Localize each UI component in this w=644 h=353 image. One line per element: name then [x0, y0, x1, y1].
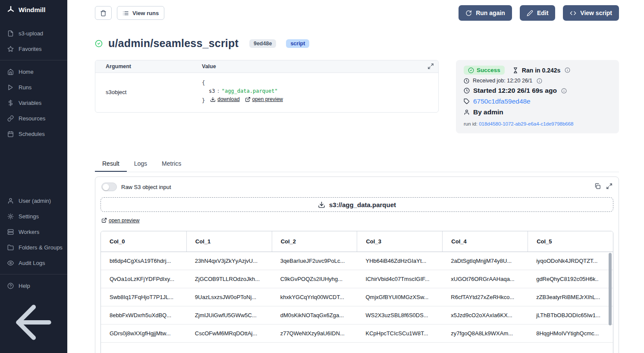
raw-s3-toggle-label: Raw S3 object input	[121, 184, 171, 190]
run-id-row: run id: 018d4580-1072-ab29-e6a4-c1de9798…	[464, 121, 611, 126]
table-scrollbar[interactable]	[609, 253, 612, 325]
run-id-label: run id:	[464, 121, 478, 126]
sidebar-item-resources[interactable]: Resources	[0, 110, 67, 126]
view-script-button[interactable]: View script	[563, 5, 619, 21]
json-brace-open: {	[202, 79, 438, 87]
code-icon	[570, 10, 576, 16]
sidebar-item-s3-upload[interactable]: s3-upload	[0, 25, 67, 41]
table-cell: Swb8Iq17FqHjoT7P1JL...	[101, 294, 186, 300]
sidebar-item-favorites[interactable]: Favorites	[0, 41, 67, 57]
raw-s3-toggle[interactable]	[101, 183, 117, 191]
sidebar-item-audit-logs[interactable]: Audit Logs	[0, 255, 67, 271]
sidebar-item-runs[interactable]: Runs	[0, 79, 67, 95]
argument-column-header: Argument	[106, 63, 202, 69]
arrow-left-icon	[7, 296, 60, 349]
refresh-icon	[465, 10, 472, 16]
sidebar-item-label: User (admin)	[19, 198, 51, 204]
s3-file-download[interactable]: s3://agg_data.parquet	[101, 197, 613, 212]
brand[interactable]: Windmill	[0, 0, 67, 19]
sidebar-item-label: Variables	[19, 100, 41, 106]
json-key: s3	[209, 88, 215, 94]
view-runs-button[interactable]: View runs	[117, 6, 164, 20]
table-cell: 9UazLsxzsJW0oPToNj...	[186, 294, 272, 300]
title-row: u/admin/seamless_script 9ed48e script	[95, 37, 619, 50]
tab-result[interactable]: Result	[95, 156, 127, 172]
tab-metrics[interactable]: Metrics	[154, 156, 188, 172]
server-icon	[7, 229, 14, 235]
script-badge: script	[286, 39, 309, 48]
open-preview-link[interactable]: open preview	[245, 95, 283, 104]
sidebar-item-folders-groups[interactable]: Folders & Groups	[0, 240, 67, 255]
download-icon	[318, 201, 325, 208]
eye-icon	[7, 260, 14, 266]
open-preview-link-label: open preview	[109, 217, 139, 224]
download-link-label: download	[217, 95, 239, 104]
column-header: Col_0	[101, 231, 186, 252]
column-header: Col_2	[272, 231, 357, 252]
json-brace-close: }	[202, 98, 205, 104]
sidebar-item-label: Folders & Groups	[19, 244, 63, 251]
open-preview-link[interactable]: open preview	[101, 217, 139, 224]
tag-icon	[464, 98, 470, 104]
expand-icon[interactable]	[606, 183, 613, 189]
status-panel: Success Ran in 0.242s Received job: 12:2…	[456, 60, 619, 133]
table-cell: YHb64iB46ZdHzGIaYt...	[357, 258, 442, 264]
info-icon[interactable]	[561, 88, 567, 94]
edit-button[interactable]: Edit	[520, 5, 555, 21]
table-cell: z77QWeNtXzy9aU6IDN...	[272, 330, 357, 337]
sidebar-divider	[0, 60, 67, 60]
sidebar-item-label: Runs	[19, 84, 31, 91]
column-header: Col_3	[357, 231, 442, 252]
clock-icon	[464, 88, 470, 94]
json-string-value: "agg_data.parquet"	[222, 88, 278, 94]
result-panel: Raw S3 object input s3://agg_data.parque…	[95, 176, 619, 353]
run-again-button[interactable]: Run again	[459, 5, 512, 21]
job-id-link[interactable]: 6750c1dfa59ed48e	[473, 98, 531, 105]
download-link[interactable]: download	[210, 95, 239, 104]
sidebar: Windmill s3-upload Favorites Home	[0, 0, 67, 353]
main-content: View runs Run again Edit	[67, 0, 644, 353]
table-cell: ZjGCOB9TLLROdzoJkh...	[186, 276, 272, 282]
calendar-icon	[7, 131, 14, 137]
play-icon	[7, 84, 14, 91]
info-icon[interactable]	[565, 67, 570, 73]
table-cell: WS2X3uzSBL8f6S0DS...	[357, 312, 442, 318]
sidebar-item-settings[interactable]: Settings	[0, 208, 67, 224]
sidebar-item-label: Workers	[19, 229, 39, 235]
info-icon[interactable]	[537, 78, 542, 84]
expand-icon[interactable]	[427, 63, 434, 69]
table-cell: GDrs0j8wXXgfHgjjMtw...	[101, 330, 186, 337]
table-row: 8ebbFxWDxrh5uXdBQ... ZjmIJUiGwfU5GWw5C..…	[101, 306, 613, 325]
check-circle-icon	[468, 67, 474, 73]
sidebar-item-variables[interactable]: Variables	[0, 95, 67, 110]
table-row: bt6dp4CgXsA19T6hdrj... 23hN4qxV3jZkYyAzj…	[101, 252, 613, 270]
hash-badge: 9ed48e	[249, 39, 276, 48]
sidebar-item-workers[interactable]: Workers	[0, 224, 67, 240]
sidebar-item-label: Settings	[19, 213, 39, 220]
gear-icon	[7, 213, 14, 220]
user-icon	[464, 109, 470, 115]
delete-button[interactable]	[95, 6, 112, 20]
run-duration: Ran in 0.242s	[522, 67, 561, 74]
sidebar-item-help[interactable]: Help	[0, 278, 67, 293]
sidebar-item-user[interactable]: User (admin)	[0, 193, 67, 208]
file-icon	[7, 30, 14, 37]
external-link-icon	[245, 97, 251, 102]
copy-icon[interactable]	[594, 183, 601, 189]
user-icon	[7, 198, 14, 204]
sidebar-item-home[interactable]: Home	[0, 64, 67, 79]
sidebar-collapse[interactable]	[0, 293, 67, 353]
brand-name: Windmill	[19, 6, 45, 13]
argument-value: { s3:"agg_data.parquet" }downloadopen pr…	[202, 79, 438, 105]
table-cell: 3qeBarIueJF2uvc9PoLc...	[272, 258, 357, 264]
sidebar-item-schedules[interactable]: Schedules	[0, 126, 67, 142]
tab-logs[interactable]: Logs	[127, 156, 154, 172]
argument-name: s3object	[106, 89, 202, 95]
table-cell: zZB3eatyrRiBMEJrXIhL...	[528, 294, 613, 300]
table-cell: gdReQhyC8192c05H6k..	[528, 276, 613, 282]
dollar-icon	[7, 100, 14, 106]
table-cell: R6cfTAYtd27xZeRHkco...	[442, 294, 528, 300]
pencil-icon	[527, 10, 533, 16]
sidebar-item-label: Schedules	[19, 131, 45, 137]
run-id-link[interactable]: 018d4580-1072-ab29-e6a4-c1de9798b668	[479, 121, 573, 126]
